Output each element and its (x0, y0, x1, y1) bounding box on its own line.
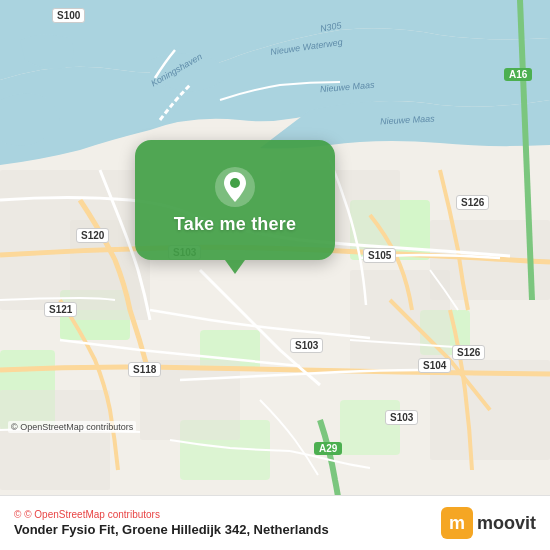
moovit-icon: m (441, 507, 473, 539)
highway-badge-a29: A29 (314, 442, 342, 455)
osm-attribution: © OpenStreetMap contributors (8, 421, 136, 433)
route-badge-s120: S120 (76, 228, 109, 243)
route-badge-s118: S118 (128, 362, 161, 377)
svg-rect-12 (0, 390, 110, 490)
route-badge-s100: S100 (52, 8, 85, 23)
svg-point-17 (230, 178, 240, 188)
route-badge-s104: S104 (418, 358, 451, 373)
route-badge-s103-2: S103 (290, 338, 323, 353)
moovit-logo: m moovit (441, 507, 536, 539)
bubble-label: Take me there (174, 214, 296, 235)
attribution-text: © OpenStreetMap contributors (24, 509, 160, 520)
highway-badge-a16: A16 (504, 68, 532, 81)
route-badge-s103-3: S103 (385, 410, 418, 425)
take-me-there-button[interactable]: Take me there (135, 140, 335, 260)
bottom-bar: © © OpenStreetMap contributors Vonder Fy… (0, 495, 550, 550)
svg-rect-7 (340, 400, 400, 455)
route-badge-s121: S121 (44, 302, 77, 317)
svg-text:m: m (449, 513, 465, 533)
osm-copyright: © © OpenStreetMap contributors (14, 509, 329, 520)
map-container: Nieuwe Waterweg Nieuwe Maas Nieuwe Maas … (0, 0, 550, 495)
location-pin-icon (214, 166, 256, 208)
moovit-text: moovit (477, 513, 536, 534)
route-badge-s126-2: S126 (452, 345, 485, 360)
route-badge-s126-1: S126 (456, 195, 489, 210)
copyright-symbol: © (14, 509, 21, 520)
location-name: Vonder Fysio Fit, Groene Hilledijk 342, … (14, 522, 329, 537)
route-badge-s105: S105 (363, 248, 396, 263)
